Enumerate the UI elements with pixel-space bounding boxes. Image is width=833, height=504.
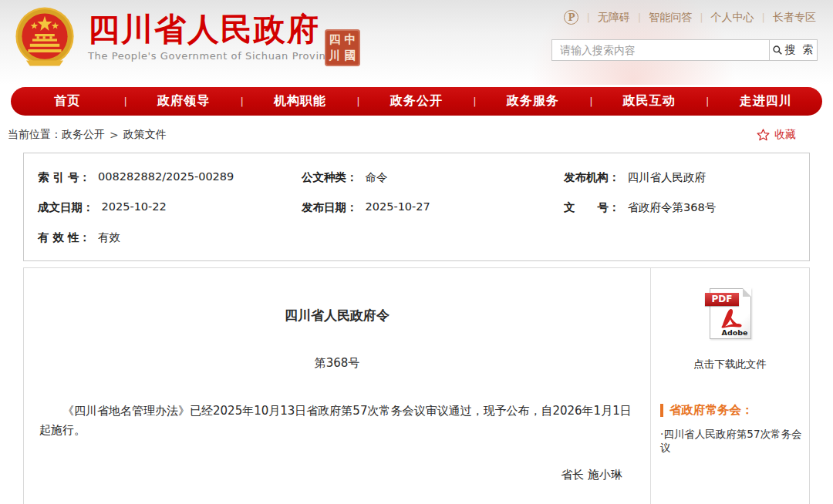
favorite-label: 收藏 bbox=[774, 128, 796, 142]
breadcrumb-gov-info[interactable]: 政务公开 bbox=[62, 128, 105, 142]
breadcrumb-label: 当前位置： bbox=[8, 128, 62, 142]
seal-char: 國 bbox=[342, 48, 358, 64]
meta-written-date: 成文日期： 2025-10-22 bbox=[38, 193, 302, 223]
executive-meeting-section: 省政府常务会： ·四川省人民政府第57次常务会议 bbox=[651, 402, 809, 455]
meta-empty-cell bbox=[302, 223, 564, 253]
orange-bar-icon bbox=[660, 404, 663, 417]
breadcrumb: 当前位置： 政务公开 > 政策文件 收藏 bbox=[0, 116, 833, 151]
document-container: 四川省人民政府令 第368号 《四川省地名管理办法》已经2025年10月13日省… bbox=[23, 267, 810, 504]
seal-char: 四 bbox=[327, 32, 342, 48]
meta-issuing-agency: 发布机构： 四川省人民政府 bbox=[564, 163, 809, 193]
search-input[interactable] bbox=[552, 40, 769, 60]
nav-home[interactable]: 首页 bbox=[11, 93, 124, 109]
nav-interaction[interactable]: 政民互动 bbox=[593, 93, 707, 109]
nav-org-functions[interactable]: 机构职能 bbox=[244, 93, 357, 109]
link-separator: | bbox=[762, 12, 765, 23]
national-emblem-icon bbox=[14, 5, 76, 69]
circled-p-icon[interactable]: P bbox=[564, 10, 578, 25]
pdf-download-button[interactable]: PDF Adobe bbox=[651, 288, 809, 339]
nav-about-sichuan[interactable]: 走进四川 bbox=[709, 93, 822, 109]
meta-validity: 有 效 性： 有效 bbox=[38, 223, 302, 253]
adobe-pdf-icon: PDF Adobe bbox=[710, 288, 751, 339]
search-button[interactable]: 搜 索 bbox=[769, 40, 817, 60]
link-senior-zone[interactable]: 长者专区 bbox=[773, 11, 816, 25]
header-utility-links: P | 无障碍 | 智能问答 | 个人中心 | 长者专区 bbox=[564, 10, 816, 25]
favorite-star-icon bbox=[756, 128, 771, 142]
section-title: 省政府常务会： bbox=[660, 402, 809, 418]
link-accessibility[interactable]: 无障碍 bbox=[598, 11, 630, 25]
seal-char: 川 bbox=[327, 48, 342, 64]
nav-gov-leaders[interactable]: 政府领导 bbox=[127, 93, 241, 109]
page-fold-corner-icon bbox=[743, 288, 751, 297]
document-body-text: 《四川省地名管理办法》已经2025年10月13日省政府第57次常务会议审议通过，… bbox=[39, 402, 635, 440]
nav-gov-services[interactable]: 政务服务 bbox=[477, 93, 590, 109]
search-icon bbox=[772, 45, 783, 55]
link-personal-center[interactable]: 个人中心 bbox=[711, 11, 754, 25]
main-nav: 首页 | 政府领导 | 机构职能 | 政务公开 | 政务服务 | 政民互动 | … bbox=[11, 87, 822, 116]
page-header: 四川省人民政府 The People's Government of Sichu… bbox=[0, 0, 833, 85]
section-title-label: 省政府常务会： bbox=[669, 402, 754, 418]
favorite-button[interactable]: 收藏 bbox=[756, 128, 796, 142]
adobe-acrobat-swoosh-icon bbox=[715, 303, 746, 329]
adobe-brand-label: Adobe bbox=[722, 328, 748, 337]
document-content: 四川省人民政府令 第368号 《四川省地名管理办法》已经2025年10月13日省… bbox=[24, 268, 650, 504]
meta-index-number: 索 引 号： 008282882/2025-00289 bbox=[38, 163, 302, 193]
site-subtitle: The People's Government of Sichuan Provi… bbox=[88, 50, 339, 62]
search-bar: 搜 索 bbox=[551, 39, 818, 61]
meta-doc-type: 公文种类： 命令 bbox=[302, 163, 564, 193]
document-sidebar: PDF Adobe 点击下载此文件 省政府常务会： ·四川省人民政府第57次常务… bbox=[650, 268, 809, 504]
link-separator: | bbox=[586, 12, 589, 23]
search-button-label: 搜 索 bbox=[785, 43, 814, 57]
meta-empty-cell bbox=[564, 223, 809, 253]
site-title: 四川省人民政府 bbox=[88, 12, 339, 47]
document-order-number: 第368号 bbox=[39, 356, 635, 371]
link-separator: | bbox=[638, 12, 641, 23]
download-file-link[interactable]: 点击下载此文件 bbox=[651, 358, 809, 371]
document-metadata: 索 引 号： 008282882/2025-00289 公文种类： 命令 发布机… bbox=[23, 153, 810, 261]
nav-gov-info[interactable]: 政务公开 bbox=[360, 93, 474, 109]
meta-publish-date: 发布日期： 2025-10-27 bbox=[302, 193, 564, 223]
china-seal-icon: 四 中 川 國 bbox=[325, 29, 360, 66]
document-title: 四川省人民政府令 bbox=[39, 307, 635, 324]
site-logo[interactable]: 四川省人民政府 The People's Government of Sichu… bbox=[14, 5, 339, 69]
link-smart-qa[interactable]: 智能问答 bbox=[649, 11, 692, 25]
breadcrumb-policy-docs[interactable]: 政策文件 bbox=[123, 128, 167, 142]
breadcrumb-separator: > bbox=[110, 129, 119, 141]
link-separator: | bbox=[700, 12, 703, 23]
seal-char: 中 bbox=[342, 32, 358, 48]
document-signer: 省长 施小琳 bbox=[39, 468, 635, 482]
meta-doc-number: 文 号： 省政府令第368号 bbox=[564, 193, 809, 223]
meeting-link[interactable]: ·四川省人民政府第57次常务会议 bbox=[660, 428, 809, 455]
